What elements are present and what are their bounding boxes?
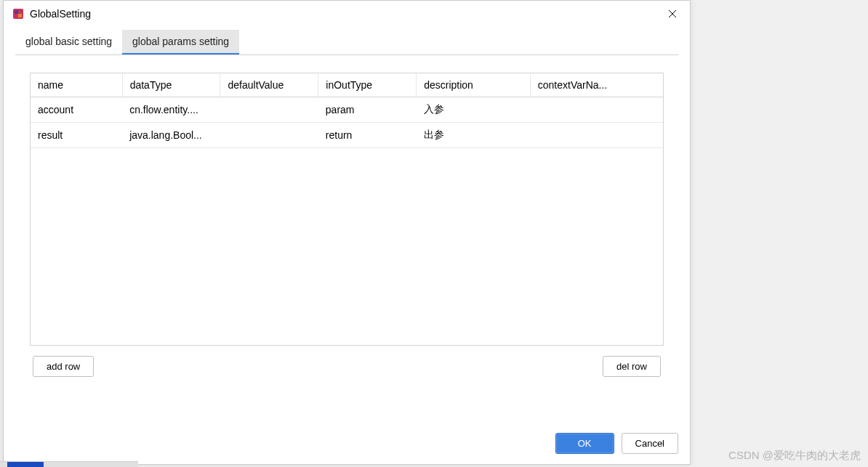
- cell-defaultvalue[interactable]: [220, 97, 318, 123]
- titlebar: GlobalSetting: [4, 1, 690, 27]
- content-area: name dataType defaultValue inOutType des…: [4, 55, 690, 424]
- svg-rect-1: [15, 10, 18, 14]
- cell-description[interactable]: 出参: [417, 123, 531, 148]
- dialog-window: GlobalSetting global basic setting globa…: [3, 0, 691, 465]
- cell-datatype[interactable]: java.lang.Bool...: [122, 123, 220, 148]
- cell-description[interactable]: 入参: [417, 97, 531, 123]
- col-defaultvalue[interactable]: defaultValue: [220, 73, 318, 97]
- cell-name[interactable]: result: [31, 123, 122, 148]
- col-inouttype[interactable]: inOutType: [318, 73, 417, 97]
- tab-bar: global basic setting global params setti…: [15, 30, 678, 55]
- close-button[interactable]: [661, 2, 684, 25]
- window-title: GlobalSetting: [30, 8, 661, 20]
- del-row-button[interactable]: del row: [603, 356, 661, 377]
- taskbar-active-indicator: [7, 462, 44, 467]
- cell-datatype[interactable]: cn.flow.entity....: [122, 97, 220, 123]
- cell-inouttype[interactable]: param: [318, 97, 417, 123]
- svg-rect-2: [18, 14, 22, 17]
- tab-global-basic-setting[interactable]: global basic setting: [15, 30, 122, 54]
- tab-global-params-setting[interactable]: global params setting: [122, 30, 239, 54]
- ok-button[interactable]: OK: [555, 433, 614, 454]
- col-datatype[interactable]: dataType: [122, 73, 220, 97]
- col-name[interactable]: name: [31, 73, 122, 97]
- add-row-button[interactable]: add row: [33, 356, 94, 377]
- close-icon: [669, 10, 676, 17]
- app-icon: [12, 8, 24, 20]
- table-header-row: name dataType defaultValue inOutType des…: [31, 73, 663, 97]
- cell-name[interactable]: account: [31, 97, 122, 123]
- table-action-row: add row del row: [30, 356, 664, 377]
- cell-contextvarname[interactable]: [530, 97, 663, 123]
- cell-contextvarname[interactable]: [530, 123, 663, 148]
- table-row[interactable]: account cn.flow.entity.... param 入参: [31, 97, 663, 123]
- cell-inouttype[interactable]: return: [318, 123, 417, 148]
- cell-defaultvalue[interactable]: [220, 123, 318, 148]
- watermark: CSDN @爱吃牛肉的大老虎: [728, 449, 861, 463]
- table-row[interactable]: result java.lang.Bool... return 出参: [31, 123, 663, 148]
- col-contextvarname[interactable]: contextVarNa...: [530, 73, 663, 97]
- cancel-button[interactable]: Cancel: [622, 433, 678, 454]
- params-table-container: name dataType defaultValue inOutType des…: [30, 73, 664, 346]
- col-description[interactable]: description: [417, 73, 531, 97]
- dialog-footer: OK Cancel: [4, 424, 690, 464]
- params-table[interactable]: name dataType defaultValue inOutType des…: [31, 73, 663, 148]
